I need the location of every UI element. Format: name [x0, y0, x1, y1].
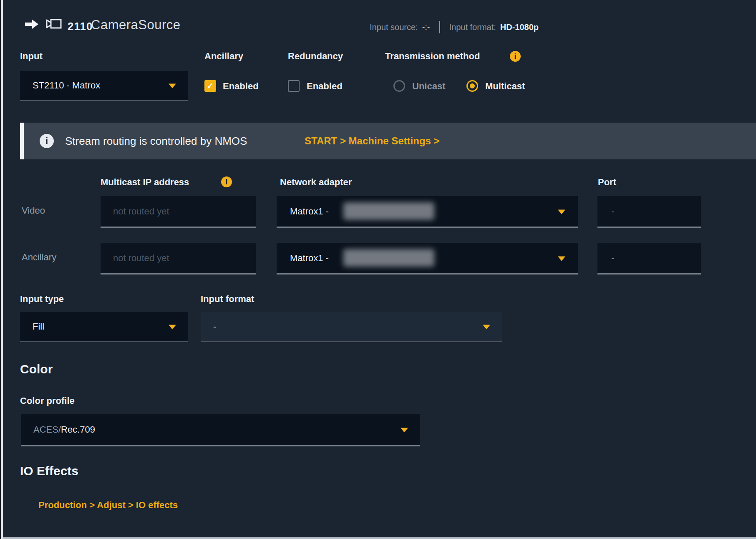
- transmission-method-label: Transmission method: [385, 51, 480, 62]
- input-format-dropdown[interactable]: -: [201, 312, 502, 342]
- unicast-label: Unicast: [412, 81, 445, 92]
- color-profile-label: Color profile: [20, 395, 75, 406]
- video-camera-icon: [45, 17, 63, 33]
- input-type-dropdown[interactable]: Fill: [20, 312, 188, 342]
- chevron-down-icon: [169, 325, 176, 330]
- ancillary-ip-input[interactable]: not routed yet: [101, 243, 256, 275]
- port-header: Port: [598, 177, 616, 188]
- ancillary-enabled-checkbox[interactable]: ✓: [204, 80, 216, 92]
- input-format-value: -: [213, 321, 216, 332]
- ancillary-adapter-dropdown[interactable]: Matrox1 -: [277, 243, 578, 275]
- banner-accent-bar: [20, 123, 24, 159]
- input-source-label: Input source:: [370, 23, 418, 32]
- ancillary-port-value: -: [611, 253, 614, 264]
- network-adapter-header: Network adapter: [280, 177, 352, 188]
- multicast-ip-header: Multicast IP address: [101, 177, 189, 188]
- redundancy-section-label: Redundancy: [288, 51, 343, 62]
- ancillary-row-label: Ancillary: [22, 252, 56, 263]
- video-adapter-dropdown[interactable]: Matrox1 -: [277, 196, 578, 228]
- video-port-value: -: [611, 206, 614, 217]
- chevron-down-icon: [401, 428, 408, 432]
- multicast-radio[interactable]: [466, 80, 478, 92]
- video-ip-input[interactable]: not routed yet: [101, 196, 256, 228]
- ancillary-adapter-redacted-ip: [343, 249, 434, 267]
- color-section-heading: Color: [20, 362, 53, 376]
- multicast-label: Multicast: [485, 81, 525, 92]
- camera-source-panel: 2110 CameraSource Input source: -:- Inpu…: [0, 0, 756, 539]
- input-type-value: Fill: [33, 321, 44, 332]
- io-effects-heading: IO Effects: [20, 464, 78, 478]
- banner-message: Stream routing is controlled by NMOS: [65, 135, 247, 148]
- input-dropdown-value: ST2110 - Matrox: [33, 80, 100, 91]
- video-ip-placeholder: not routed yet: [113, 206, 169, 217]
- color-profile-main: Rec.709: [61, 424, 95, 435]
- unicast-radio[interactable]: [393, 80, 405, 92]
- chevron-down-icon: [169, 84, 176, 88]
- chevron-down-icon: [558, 209, 565, 214]
- video-adapter-value: Matrox1 -: [290, 206, 329, 217]
- ancillary-port-field[interactable]: -: [597, 243, 701, 275]
- input-section-label: Input: [20, 51, 43, 62]
- video-port-field[interactable]: -: [597, 196, 701, 228]
- ancillary-enabled-label: Enabled: [223, 81, 259, 92]
- chevron-down-icon: [558, 256, 565, 261]
- input-dropdown[interactable]: ST2110 - Matrox: [20, 71, 188, 101]
- machine-settings-link[interactable]: START > Machine Settings >: [305, 135, 440, 147]
- forward-arrow-icon[interactable]: [24, 18, 39, 32]
- meta-divider: [439, 21, 440, 33]
- video-adapter-redacted-ip: [343, 202, 434, 220]
- nmos-banner: i Stream routing is controlled by NMOS S…: [20, 123, 756, 159]
- color-profile-dropdown[interactable]: ACES/Rec.709: [21, 414, 420, 446]
- ancillary-ip-placeholder: not routed yet: [113, 253, 169, 264]
- color-profile-value: ACES/Rec.709: [33, 424, 95, 435]
- input-format-label: Input format: [201, 294, 254, 305]
- input-source-value: -:-: [422, 23, 430, 32]
- multicast-ip-info-icon[interactable]: i: [221, 176, 232, 187]
- color-profile-prefix: ACES/: [33, 424, 61, 435]
- check-icon: ✓: [207, 81, 214, 91]
- badge-2110: 2110: [68, 20, 93, 33]
- header-meta: Input source: -:- Input format: HD-1080p: [370, 21, 539, 33]
- page-title: CameraSource: [91, 18, 180, 33]
- radio-dot: [470, 83, 475, 88]
- ancillary-section-label: Ancillary: [204, 51, 243, 62]
- redundancy-enabled-checkbox[interactable]: [288, 80, 300, 92]
- chevron-down-icon: [483, 325, 490, 330]
- transmission-info-icon[interactable]: i: [510, 51, 521, 62]
- input-type-label: Input type: [20, 294, 64, 305]
- bottom-edge-divider: [3, 537, 756, 539]
- redundancy-enabled-label: Enabled: [307, 81, 343, 92]
- ancillary-adapter-value: Matrox1 -: [290, 253, 329, 264]
- video-row-label: Video: [22, 205, 45, 216]
- io-effects-link[interactable]: Production > Adjust > IO effects: [38, 500, 178, 511]
- banner-info-icon: i: [40, 134, 54, 148]
- input-format-label: Input format:: [449, 23, 496, 32]
- left-edge-divider[interactable]: [1, 0, 3, 539]
- input-format-value: HD-1080p: [500, 23, 539, 32]
